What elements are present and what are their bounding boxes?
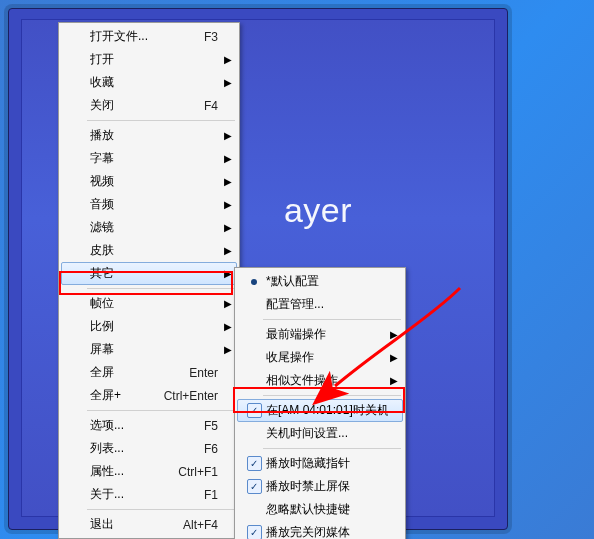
menu-item-label: 音频	[88, 196, 222, 213]
main-menu-item-ratio[interactable]: 比例▶	[61, 315, 237, 338]
menu-item-shortcut: Enter	[189, 366, 222, 380]
submenu-arrow-icon: ▶	[222, 268, 232, 279]
other-menu-item-default-config[interactable]: *默认配置	[237, 270, 403, 293]
menu-item-label: 属性...	[88, 463, 178, 480]
menu-item-label: 播放时隐藏指针	[264, 455, 388, 472]
menu-separator	[87, 120, 235, 121]
other-menu-item-no-screensaver[interactable]: ✓播放时禁止屏保	[237, 475, 403, 498]
menu-item-label: 收尾操作	[264, 349, 388, 366]
menu-item-label: 列表...	[88, 440, 204, 457]
menu-item-label: 播放时禁止屏保	[264, 478, 388, 495]
menu-item-label: 播放完关闭媒体	[264, 524, 388, 539]
submenu-arrow-icon: ▶	[222, 245, 232, 256]
menu-item-label: 全屏	[88, 364, 189, 381]
main-menu-item-exit[interactable]: 退出Alt+F4	[61, 513, 237, 536]
other-menu-item-shutdown-time[interactable]: 关机时间设置...	[237, 422, 403, 445]
menu-item-label: 选项...	[88, 417, 204, 434]
menu-item-label: 视频	[88, 173, 222, 190]
menu-item-label: 忽略默认快捷键	[264, 501, 388, 518]
submenu-arrow-icon: ▶	[222, 176, 232, 187]
submenu-arrow-icon: ▶	[222, 77, 232, 88]
other-menu-item-shutdown-at[interactable]: ✓在[AM 04:01:01]时关机	[237, 399, 403, 422]
submenu-arrow-icon: ▶	[222, 130, 232, 141]
menu-item-label: 打开	[88, 51, 222, 68]
other-menu-item-close-media[interactable]: ✓播放完关闭媒体	[237, 521, 403, 539]
main-menu-item-playlist[interactable]: 列表...F6	[61, 437, 237, 460]
menu-item-label: *默认配置	[264, 273, 388, 290]
menu-separator	[87, 410, 235, 411]
menu-item-label: 收藏	[88, 74, 222, 91]
main-menu-item-other[interactable]: 其它▶	[61, 262, 237, 285]
menu-item-shortcut: F4	[204, 99, 222, 113]
menu-item-shortcut: F1	[204, 488, 222, 502]
menu-item-label: 相似文件操作	[264, 372, 388, 389]
check-icon: ✓	[247, 403, 262, 418]
main-menu-item-about[interactable]: 关于...F1	[61, 483, 237, 506]
main-menu-item-favorites[interactable]: 收藏▶	[61, 71, 237, 94]
menu-separator	[263, 395, 401, 396]
main-menu-item-play[interactable]: 播放▶	[61, 124, 237, 147]
main-menu-item-skin[interactable]: 皮肤▶	[61, 239, 237, 262]
menu-item-label: 在[AM 04:01:01]时关机	[264, 402, 388, 419]
menu-item-label: 其它	[88, 265, 222, 282]
main-menu-item-screen[interactable]: 屏幕▶	[61, 338, 237, 361]
main-menu-item-fullscreen-plus[interactable]: 全屏+Ctrl+Enter	[61, 384, 237, 407]
player-title: ayer	[284, 191, 352, 230]
menu-separator	[87, 509, 235, 510]
menu-item-label: 滤镜	[88, 219, 222, 236]
main-menu-item-video[interactable]: 视频▶	[61, 170, 237, 193]
submenu-arrow-icon: ▶	[388, 375, 398, 386]
menu-separator	[87, 288, 235, 289]
menu-item-label: 关闭	[88, 97, 204, 114]
menu-item-label: 关于...	[88, 486, 204, 503]
menu-item-shortcut: F3	[204, 30, 222, 44]
menu-item-label: 打开文件...	[88, 28, 204, 45]
main-menu-item-open[interactable]: 打开▶	[61, 48, 237, 71]
submenu-arrow-icon: ▶	[388, 329, 398, 340]
menu-item-label: 屏幕	[88, 341, 222, 358]
menu-item-label: 帧位	[88, 295, 222, 312]
main-menu-item-frame[interactable]: 帧位▶	[61, 292, 237, 315]
submenu-arrow-icon: ▶	[222, 54, 232, 65]
menu-item-label: 配置管理...	[264, 296, 388, 313]
context-menu-main: 打开文件...F3打开▶收藏▶关闭F4播放▶字幕▶视频▶音频▶滤镜▶皮肤▶其它▶…	[58, 22, 240, 539]
other-menu-item-hide-cursor[interactable]: ✓播放时隐藏指针	[237, 452, 403, 475]
menu-item-label: 皮肤	[88, 242, 222, 259]
main-menu-item-audio[interactable]: 音频▶	[61, 193, 237, 216]
main-menu-item-open-file[interactable]: 打开文件...F3	[61, 25, 237, 48]
check-icon: ✓	[247, 479, 262, 494]
submenu-arrow-icon: ▶	[388, 352, 398, 363]
main-menu-item-filter[interactable]: 滤镜▶	[61, 216, 237, 239]
context-menu-other: *默认配置配置管理...最前端操作▶收尾操作▶相似文件操作▶✓在[AM 04:0…	[234, 267, 406, 539]
main-menu-item-close[interactable]: 关闭F4	[61, 94, 237, 117]
menu-item-shortcut: Alt+F4	[183, 518, 222, 532]
main-menu-item-properties[interactable]: 属性...Ctrl+F1	[61, 460, 237, 483]
menu-item-shortcut: Ctrl+F1	[178, 465, 222, 479]
menu-item-label: 最前端操作	[264, 326, 388, 343]
submenu-arrow-icon: ▶	[222, 298, 232, 309]
menu-item-label: 退出	[88, 516, 183, 533]
main-menu-item-options[interactable]: 选项...F5	[61, 414, 237, 437]
check-icon: ✓	[247, 456, 262, 471]
menu-item-label: 比例	[88, 318, 222, 335]
desktop: 放器 ayer 打开文件...F3打开▶收藏▶关闭F4播放▶字幕▶视频▶音频▶滤…	[0, 0, 594, 539]
submenu-arrow-icon: ▶	[222, 222, 232, 233]
menu-item-shortcut: Ctrl+Enter	[164, 389, 222, 403]
other-menu-item-ignore-hotkey[interactable]: 忽略默认快捷键	[237, 498, 403, 521]
radio-dot-icon	[251, 279, 257, 285]
main-menu-item-subtitle[interactable]: 字幕▶	[61, 147, 237, 170]
menu-item-label: 播放	[88, 127, 222, 144]
menu-item-shortcut: F6	[204, 442, 222, 456]
other-menu-item-config-manage[interactable]: 配置管理...	[237, 293, 403, 316]
submenu-arrow-icon: ▶	[222, 321, 232, 332]
submenu-arrow-icon: ▶	[222, 199, 232, 210]
check-icon: ✓	[247, 525, 262, 539]
menu-item-label: 全屏+	[88, 387, 164, 404]
other-menu-item-topmost[interactable]: 最前端操作▶	[237, 323, 403, 346]
menu-item-shortcut: F5	[204, 419, 222, 433]
menu-item-label: 字幕	[88, 150, 222, 167]
other-menu-item-similar-files[interactable]: 相似文件操作▶	[237, 369, 403, 392]
main-menu-item-fullscreen[interactable]: 全屏Enter	[61, 361, 237, 384]
other-menu-item-end-action[interactable]: 收尾操作▶	[237, 346, 403, 369]
submenu-arrow-icon: ▶	[222, 153, 232, 164]
